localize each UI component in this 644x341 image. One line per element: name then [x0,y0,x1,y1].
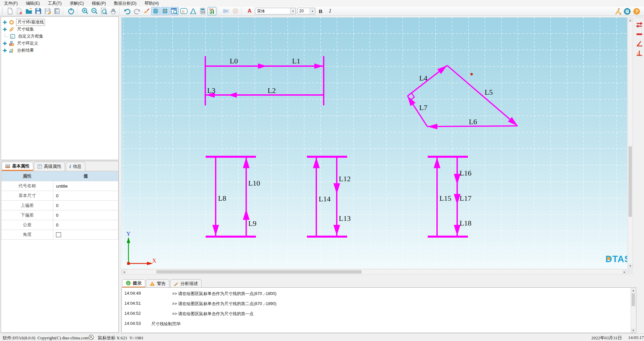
open-file-button[interactable] [24,7,33,15]
manual-button[interactable] [623,7,632,15]
upper-deviation-cell[interactable]: 0 [53,201,118,210]
scroll-up-icon[interactable]: ▲ [628,18,633,22]
button-group-button[interactable] [231,7,240,15]
undo-button[interactable] [123,7,132,15]
dimension-label-L0[interactable]: L0 [230,57,238,65]
canvas-vertical-scrollbar[interactable]: ▲ ▼ [628,17,633,269]
tab-advanced-properties[interactable]: 高级属性 [34,162,65,171]
tree-item-label[interactable]: 尺寸环定义 [16,40,39,47]
vector-L6[interactable] [427,126,518,127]
preview-button[interactable] [170,7,179,15]
close-file-button[interactable] [15,7,24,15]
save-button[interactable] [34,7,43,15]
lower-deviation-cell[interactable]: 0 [53,210,118,220]
scroll-down-icon[interactable]: ▼ [628,263,633,268]
dimension-label-L10[interactable]: L10 [248,179,260,187]
mirror-button[interactable] [222,7,230,15]
tab-warnings[interactable]: ! 警告 [146,279,169,288]
log-entry[interactable]: 14:04:49 >> 请在绘图区鼠标单击作为尺寸线的第一点(870 ,-180… [122,288,636,298]
dimension-label-L3[interactable]: L3 [207,86,215,95]
name-value-cell[interactable]: untitle [53,181,118,191]
menu-item-tools[interactable]: 工具(T) [44,0,66,7]
chevron-down-icon[interactable]: ▼ [310,8,315,14]
basic-size-cell[interactable]: 0 [53,191,118,201]
format-brush-button[interactable] [142,7,151,15]
grid-toggle-button[interactable] [151,7,160,15]
menu-item-edit[interactable]: 编辑(E) [22,0,44,7]
dimension-label-L12[interactable]: L12 [339,175,351,183]
tree-item-dimension-ring[interactable]: 尺寸环/基准线 [1,19,118,26]
tab-info[interactable]: i 信息 [66,162,85,171]
angle-checkbox[interactable] [56,232,61,237]
dimension-label-L1[interactable]: L1 [292,57,300,65]
tree-item-custom-equations[interactable]: fx 自定义方程集 [1,33,118,40]
italic-button[interactable]: I [326,7,334,15]
equation-button[interactable]: fx [179,7,188,15]
font-family-select[interactable]: 宋体 ▼ [255,8,296,14]
chevron-down-icon[interactable]: ▼ [290,8,296,14]
scroll-down-icon[interactable]: ▼ [631,328,636,333]
save-all-button[interactable] [53,7,61,15]
canvas-horizontal-scrollbar[interactable]: ◄ ► [121,269,627,275]
redo-button[interactable] [132,7,141,15]
reference-point[interactable] [471,73,473,76]
expand-icon[interactable] [3,20,7,24]
dimension-label-L16[interactable]: L16 [460,169,471,177]
zoom-window-button[interactable] [100,7,108,15]
perpendicular-button[interactable] [635,48,644,58]
log-vertical-scrollbar[interactable]: ▲ ▼ [631,288,636,333]
tree-item-label[interactable]: 分析结果 [16,47,35,54]
save-as-button[interactable] [43,7,52,15]
distribution-button[interactable] [189,7,198,15]
tree-item-ring-definition[interactable]: 尺寸环定义 [1,40,118,47]
dimension-label-L13[interactable]: L13 [339,214,351,223]
dimension-label-L8[interactable]: L8 [218,194,226,202]
scroll-left-icon[interactable]: ◄ [122,270,126,274]
horizontal-scroll-thumb[interactable] [156,270,362,274]
help-button[interactable]: ? [632,7,641,15]
tree-item-label[interactable]: 自定义方程集 [17,33,44,40]
menu-item-data-analysis[interactable]: 数据分析(D) [110,0,141,7]
dimension-label-L6[interactable]: L6 [469,117,477,126]
expand-icon[interactable] [3,28,7,31]
tab-hints[interactable]: i 提示 [122,279,145,288]
menu-item-solve[interactable]: 求解(C) [66,0,88,7]
tree-item-dimension-chain[interactable]: 尺寸链集 [1,26,118,33]
menu-item-template[interactable]: 模板(P) [88,0,110,7]
zoom-out-button[interactable] [90,7,99,15]
menu-item-file[interactable]: 文件(F) [0,0,22,7]
drawing-canvas[interactable]: L0 L1 L3 L2 L4 L5 L6 L7 [121,17,627,269]
dimension-label-L17[interactable]: L17 [460,194,471,202]
dimension-label-L5[interactable]: L5 [485,88,493,96]
calculator-button[interactable] [198,7,207,15]
pan-button[interactable] [109,7,118,15]
vertical-scroll-thumb[interactable] [629,146,632,217]
scroll-up-icon[interactable]: ▲ [631,288,636,293]
dimension-label-L2[interactable]: L2 [268,86,276,95]
tab-basic-properties[interactable]: 基本属性 [2,162,33,171]
log-entry[interactable]: 14:04:52 >> 请在绘图区鼠标单击作为尺寸线的第一点 [122,308,636,319]
log-entry[interactable]: 14:04:51 >> 请在绘图区鼠标单击作为尺寸线的第二点(870 ,-189… [122,298,636,308]
dimension-label-L7[interactable]: L7 [419,103,427,112]
message-list[interactable]: 14:04:49 >> 请在绘图区鼠标单击作为尺寸线的第一点(870 ,-180… [121,287,636,333]
expand-icon[interactable] [3,49,7,52]
font-color-button[interactable]: A [245,7,254,15]
dimension-label-L4[interactable]: L4 [419,74,427,82]
zoom-in-button[interactable] [81,7,90,15]
settings-button[interactable] [613,7,622,15]
dimension-label-L15[interactable]: L15 [439,194,451,202]
dimension-label-L18[interactable]: L18 [460,219,471,227]
dimension-label-L9[interactable]: L9 [248,219,256,228]
log-scroll-thumb[interactable] [632,293,635,306]
tree-item-analysis-results[interactable]: 分析结果 [1,47,118,54]
scroll-right-icon[interactable]: ► [622,270,627,274]
angle-dimension-button[interactable] [635,39,644,48]
bold-button[interactable]: B [316,7,325,15]
menu-item-help[interactable]: 帮助(H) [141,0,163,7]
new-file-button[interactable] [6,7,14,15]
expand-icon[interactable] [3,42,7,45]
tree-item-label[interactable]: 尺寸环/基准线 [16,19,45,26]
dimension-label-L14[interactable]: L14 [319,195,330,203]
tree-item-label[interactable]: 尺寸链集 [16,26,35,33]
power-button[interactable] [67,7,75,15]
